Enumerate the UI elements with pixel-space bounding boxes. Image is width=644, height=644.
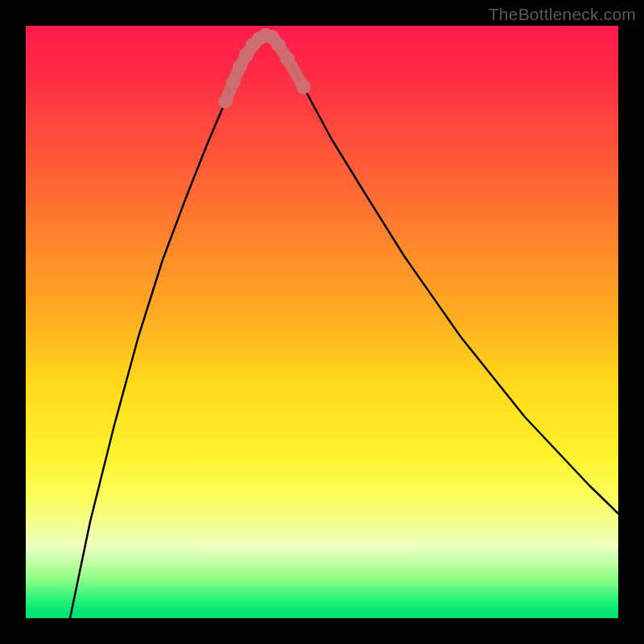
chart-svg [26,26,618,618]
chart-frame: TheBottleneck.com [0,0,644,644]
marker-layer [218,28,311,109]
marker-dot [218,94,233,109]
curve-layer [70,35,618,618]
marker-dot [280,52,295,66]
bottleneck-curve [70,35,618,618]
marker-dot [271,38,286,52]
plot-area [26,26,618,618]
marker-dot [226,75,241,89]
watermark-text: TheBottleneck.com [489,5,636,24]
marker-dot [296,80,311,94]
